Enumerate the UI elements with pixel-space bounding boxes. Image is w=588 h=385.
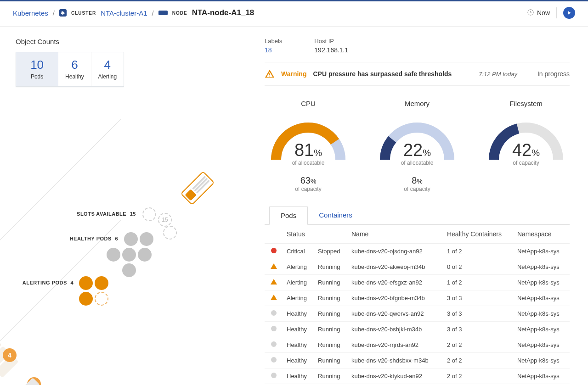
th-name[interactable]: Name (348, 225, 443, 244)
cell-ns: NetApp-k8s-sys (514, 290, 570, 306)
alert-banner[interactable]: Warning CPU pressure has surpassed safe … (265, 62, 570, 86)
cell-state: Running (314, 306, 348, 322)
cell-name: kube-dns-v20-ojsdng-an92 (348, 244, 443, 259)
cell-ns: NetApp-k8s-sys (514, 244, 570, 259)
cell-name: kube-dns-v20-ktykud-an92 (348, 368, 443, 384)
play-button[interactable] (563, 7, 575, 19)
node-visualization: SLOTS AVAILABLE 15 15 HEALTHY PODS 6 ALE… (0, 129, 265, 385)
object-counts: 10 Pods 6 Healthy 4 Alerting (16, 52, 124, 87)
cell-status: Alerting (283, 275, 314, 290)
hostip-label: Host IP (314, 38, 348, 45)
gauge-cpu-cap: 63% (265, 175, 352, 186)
cell-ns: NetApp-k8s-sys (514, 353, 570, 368)
left-panel: Object Counts 10 Pods 6 Healthy 4 Alerti… (0, 38, 265, 385)
info-labels: Labels 18 (265, 38, 282, 54)
cell-hc: 0 of 2 (443, 259, 514, 275)
cell-state: Running (314, 290, 348, 306)
clock-icon (527, 9, 534, 17)
breadcrumb-sep: / (53, 9, 55, 17)
healthy-icon (271, 341, 277, 347)
gauge-filesystem: Filesystem 42% of capacity (482, 100, 570, 192)
alert-status: In progress (537, 70, 570, 78)
slot[interactable] (142, 207, 156, 221)
pods-table: Status Name Healthy Containers Namespace… (265, 225, 570, 385)
cell-ns: NetApp-k8s-sys (514, 306, 570, 322)
slots-label: SLOTS AVAILABLE 15 (62, 211, 136, 217)
cell-hc: 3 of 3 (443, 322, 514, 337)
healthy-pod-dot[interactable] (140, 232, 153, 246)
cell-name: kube-dns-v20-bfgnbe-m34b (348, 290, 443, 306)
topbar: Kubernetes / ✱ CLUSTER NTA-cluster-A1 / … (0, 1, 588, 27)
table-row[interactable]: HealthyRunningkube-dns-v20-ktykud-an922 … (265, 368, 570, 384)
cell-hc: 2 of 2 (443, 337, 514, 353)
gauge-mem-cap: 8% (373, 175, 461, 186)
cell-state: Stopped (314, 244, 348, 259)
count-healthy[interactable]: 6 Healthy (58, 52, 90, 86)
cell-status: Healthy (283, 306, 314, 322)
cell-ns: NetApp-k8s-sys (514, 368, 570, 384)
labels-label: Labels (265, 38, 282, 45)
table-row[interactable]: HealthyRunningkube-dns-v20-shdsbxx-m34b2… (265, 353, 570, 368)
alerting-pod-dot[interactable] (95, 292, 108, 306)
alerting-pod-dot[interactable] (79, 276, 93, 290)
healthy-pod-dot[interactable] (138, 248, 152, 262)
table-row[interactable]: HealthyRunningkube-dns-v20-rrjrds-an922 … (265, 337, 570, 353)
alert-icon (271, 279, 277, 285)
healthy-icon (271, 310, 277, 316)
divider (556, 7, 557, 18)
cell-name: kube-dns-v20-rrjrds-an92 (348, 337, 443, 353)
count-healthy-num: 6 (62, 59, 87, 71)
tab-pods[interactable]: Pods (269, 206, 308, 225)
cell-hc: 1 of 2 (443, 244, 514, 259)
healthy-pod-dot[interactable] (124, 232, 138, 246)
slot[interactable]: 15 (158, 213, 172, 227)
breadcrumb-root[interactable]: Kubernetes (13, 9, 48, 17)
healthy-pod-dot[interactable] (122, 248, 136, 262)
table-row[interactable]: HealthyRunningkube-dns-v20-qwervs-an923 … (265, 306, 570, 322)
count-pods[interactable]: 10 Pods (16, 52, 58, 86)
alerting-pod-dot[interactable] (95, 276, 108, 290)
labels-value[interactable]: 18 (265, 46, 282, 54)
cell-hc: 2 of 2 (443, 368, 514, 384)
healthy-pods-label: HEALTHY PODS 6 (45, 236, 118, 241)
cell-ns: NetApp-k8s-sys (514, 259, 570, 275)
object-counts-title: Object Counts (16, 38, 265, 45)
count-pods-num: 10 (20, 59, 54, 71)
right-panel: Labels 18 Host IP 192.168.1.1 Warning CP… (265, 38, 588, 385)
th-hc[interactable]: Healthy Containers (443, 225, 514, 244)
healthy-pod-dot[interactable] (122, 263, 136, 277)
alerting-pods-label: ALERTING PODS 4 (0, 280, 74, 285)
cell-state: Running (314, 337, 348, 353)
cell-name: kube-dns-v20-akweoj-m34b (348, 259, 443, 275)
table-row[interactable]: AlertingRunningkube-dns-v20-akweoj-m34b0… (265, 259, 570, 275)
cell-status: Healthy (283, 368, 314, 384)
healthy-icon (271, 326, 277, 331)
cell-hc: 2 of 2 (443, 353, 514, 368)
count-alerting[interactable]: 4 Alerting (91, 52, 124, 86)
cell-ns: NetApp-k8s-sys (514, 275, 570, 290)
table-row[interactable]: AlertingRunningkube-dns-v20-bfgnbe-m34b3… (265, 290, 570, 306)
cell-status: Healthy (283, 322, 314, 337)
cell-name: kube-dns-v20-efsgxz-an92 (348, 275, 443, 290)
pod-badge[interactable]: 4 (3, 348, 17, 362)
cell-status: Healthy (283, 337, 314, 353)
alert-message: CPU pressure has surpassed safe threshol… (313, 70, 472, 78)
gauge-mem-capsub: of capacity (373, 186, 461, 192)
cluster-icon: ✱ (59, 9, 67, 17)
tab-containers[interactable]: Containers (308, 206, 363, 224)
breadcrumb-cluster[interactable]: NTA-cluster-A1 (101, 9, 147, 17)
time-now[interactable]: Now (527, 9, 550, 17)
table-row[interactable]: CriticalStoppedkube-dns-v20-ojsdng-an921… (265, 244, 570, 259)
healthy-pod-dot[interactable] (107, 248, 120, 262)
slot[interactable] (163, 226, 177, 240)
th-ns[interactable]: Namespace (514, 225, 570, 244)
cell-status: Alerting (283, 290, 314, 306)
alerting-pod-dot[interactable] (79, 292, 93, 306)
th-status[interactable]: Status (283, 225, 348, 244)
table-row[interactable]: HealthyRunningkube-dns-v20-bshjkl-m34b3 … (265, 322, 570, 337)
table-row[interactable]: AlertingRunningkube-dns-v20-efsgxz-an921… (265, 275, 570, 290)
alert-time: 7:12 PM today (479, 71, 517, 78)
cell-ns: NetApp-k8s-sys (514, 322, 570, 337)
device-icon[interactable] (181, 171, 215, 206)
tabs: Pods Containers (265, 206, 570, 225)
